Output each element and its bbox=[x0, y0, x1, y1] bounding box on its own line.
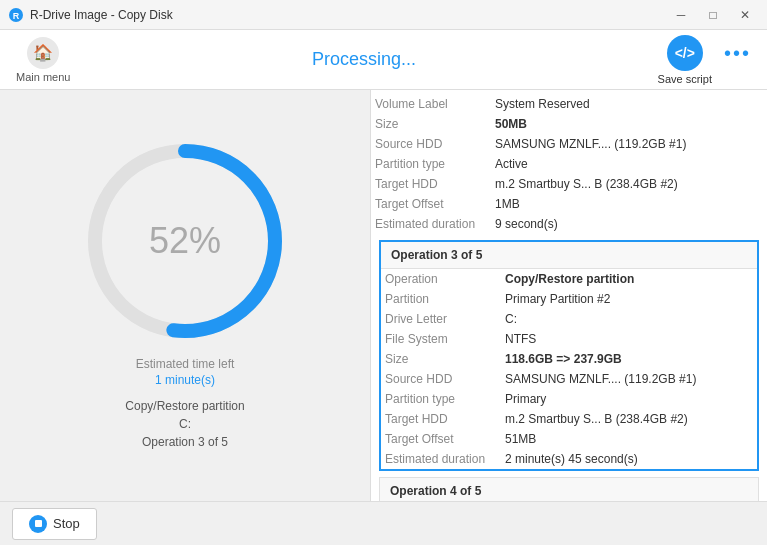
table-row: Target Offset1MB bbox=[371, 194, 767, 214]
progress-inner: 52% bbox=[149, 220, 221, 262]
operation-line3: Operation 3 of 5 bbox=[125, 433, 244, 451]
bottom-bar: Stop bbox=[0, 501, 767, 545]
row-label: Estimated duration bbox=[371, 214, 491, 234]
table-row: Estimated duration9 second(s) bbox=[371, 214, 767, 234]
row-value: Copy/Restore partition bbox=[501, 269, 757, 289]
table-row: Source HDDSAMSUNG MZNLF.... (119.2GB #1) bbox=[371, 134, 767, 154]
stop-label: Stop bbox=[53, 516, 80, 531]
row-value: 50MB bbox=[491, 114, 767, 134]
table-row: Target Offset51MB bbox=[381, 429, 757, 449]
table-row: Target HDDm.2 Smartbuy S... B (238.4GB #… bbox=[381, 409, 757, 429]
row-label: Size bbox=[371, 114, 491, 134]
operation-line2: C: bbox=[125, 415, 244, 433]
operation-table: OperationCopy/Restore partitionPartition… bbox=[381, 269, 757, 469]
row-label: Volume Label bbox=[371, 94, 491, 114]
row-label: Partition type bbox=[371, 154, 491, 174]
top-info-section: Volume LabelSystem ReservedSize50MBSourc… bbox=[371, 90, 767, 234]
row-value: 51MB bbox=[501, 429, 757, 449]
operation-header: Operation 4 of 5 bbox=[380, 478, 758, 501]
row-label: Drive Letter bbox=[381, 309, 501, 329]
time-value: 1 minute(s) bbox=[125, 373, 244, 387]
operations-container: Operation 3 of 5OperationCopy/Restore pa… bbox=[371, 240, 767, 501]
row-label: Operation bbox=[381, 269, 501, 289]
minimize-button[interactable]: ─ bbox=[667, 5, 695, 25]
row-value: SAMSUNG MZNLF.... (119.2GB #1) bbox=[501, 369, 757, 389]
row-value: m.2 Smartbuy S... B (238.4GB #2) bbox=[501, 409, 757, 429]
table-row: Drive LetterC: bbox=[381, 309, 757, 329]
row-value: 1MB bbox=[491, 194, 767, 214]
operation-info: Copy/Restore partition C: Operation 3 of… bbox=[125, 397, 244, 451]
table-row: Size118.6GB => 237.9GB bbox=[381, 349, 757, 369]
table-row: File SystemNTFS bbox=[381, 329, 757, 349]
progress-percent: 52% bbox=[149, 220, 221, 262]
right-panel[interactable]: Volume LabelSystem ReservedSize50MBSourc… bbox=[370, 90, 767, 501]
left-panel: 52% Estimated time left 1 minute(s) Copy… bbox=[0, 90, 370, 501]
stop-button[interactable]: Stop bbox=[12, 508, 97, 540]
progress-circle: 52% bbox=[85, 141, 285, 341]
main-menu-label: Main menu bbox=[16, 71, 70, 83]
row-label: Target Offset bbox=[371, 194, 491, 214]
svg-text:R: R bbox=[13, 11, 20, 21]
home-icon: 🏠 bbox=[27, 37, 59, 69]
table-row: Source HDDSAMSUNG MZNLF.... (119.2GB #1) bbox=[381, 369, 757, 389]
row-label: Partition bbox=[381, 289, 501, 309]
row-label: Source HDD bbox=[371, 134, 491, 154]
row-value: Primary Partition #2 bbox=[501, 289, 757, 309]
main-menu-button[interactable]: 🏠 Main menu bbox=[16, 37, 70, 83]
row-label: File System bbox=[381, 329, 501, 349]
row-label: Target Offset bbox=[381, 429, 501, 449]
close-button[interactable]: ✕ bbox=[731, 5, 759, 25]
row-value: 118.6GB => 237.9GB bbox=[501, 349, 757, 369]
save-script-label: Save script bbox=[658, 73, 712, 85]
operation-header: Operation 3 of 5 bbox=[381, 242, 757, 269]
toolbar-title: Processing... bbox=[70, 49, 657, 70]
row-value: Primary bbox=[501, 389, 757, 409]
table-row: OperationCopy/Restore partition bbox=[381, 269, 757, 289]
stop-icon-square bbox=[35, 520, 42, 527]
row-value: NTFS bbox=[501, 329, 757, 349]
operation-line1: Copy/Restore partition bbox=[125, 397, 244, 415]
toolbar: 🏠 Main menu Processing... </> Save scrip… bbox=[0, 30, 767, 90]
save-script-icon: </> bbox=[667, 35, 703, 71]
row-label: Target HDD bbox=[381, 409, 501, 429]
more-options-button[interactable]: ••• bbox=[724, 42, 751, 65]
window-controls: ─ □ ✕ bbox=[667, 5, 759, 25]
table-row: Target HDDm.2 Smartbuy S... B (238.4GB #… bbox=[371, 174, 767, 194]
table-row: Partition typePrimary bbox=[381, 389, 757, 409]
toolbar-right: </> Save script ••• bbox=[658, 35, 751, 85]
title-bar: R R-Drive Image - Copy Disk ─ □ ✕ bbox=[0, 0, 767, 30]
row-label: Source HDD bbox=[381, 369, 501, 389]
row-label: Estimated duration bbox=[381, 449, 501, 469]
row-label: Size bbox=[381, 349, 501, 369]
table-row: Partition typeActive bbox=[371, 154, 767, 174]
progress-info: Estimated time left 1 minute(s) Copy/Res… bbox=[125, 357, 244, 451]
maximize-button[interactable]: □ bbox=[699, 5, 727, 25]
operation-block: Operation 3 of 5OperationCopy/Restore pa… bbox=[379, 240, 759, 471]
table-row: Estimated duration2 minute(s) 45 second(… bbox=[381, 449, 757, 469]
table-row: PartitionPrimary Partition #2 bbox=[381, 289, 757, 309]
row-value: Active bbox=[491, 154, 767, 174]
row-value: C: bbox=[501, 309, 757, 329]
table-row: Volume LabelSystem Reserved bbox=[371, 94, 767, 114]
row-label: Target HDD bbox=[371, 174, 491, 194]
app-icon: R bbox=[8, 7, 24, 23]
operation-block: Operation 4 of 5 bbox=[379, 477, 759, 501]
table-row: Size50MB bbox=[371, 114, 767, 134]
row-value: SAMSUNG MZNLF.... (119.2GB #1) bbox=[491, 134, 767, 154]
window-title: R-Drive Image - Copy Disk bbox=[30, 8, 667, 22]
stop-icon bbox=[29, 515, 47, 533]
time-label: Estimated time left bbox=[125, 357, 244, 371]
row-value: 9 second(s) bbox=[491, 214, 767, 234]
row-value: 2 minute(s) 45 second(s) bbox=[501, 449, 757, 469]
row-value: m.2 Smartbuy S... B (238.4GB #2) bbox=[491, 174, 767, 194]
save-script-button[interactable]: </> Save script bbox=[658, 35, 712, 85]
row-value: System Reserved bbox=[491, 94, 767, 114]
main-content: 52% Estimated time left 1 minute(s) Copy… bbox=[0, 90, 767, 501]
top-info-table: Volume LabelSystem ReservedSize50MBSourc… bbox=[371, 94, 767, 234]
row-label: Partition type bbox=[381, 389, 501, 409]
